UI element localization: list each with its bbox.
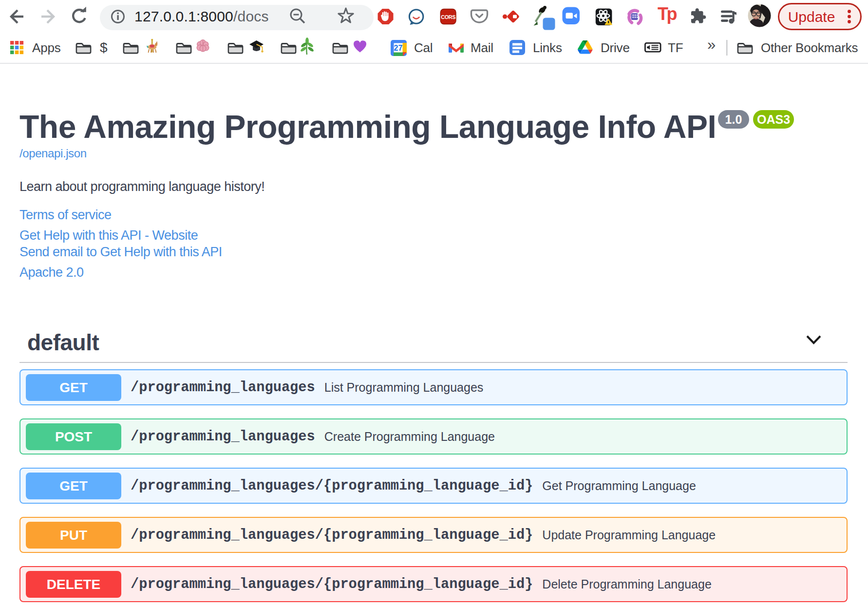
svg-text:Tp: Tp bbox=[658, 4, 677, 24]
svg-text:CORS: CORS bbox=[441, 14, 455, 20]
svg-text:27: 27 bbox=[394, 44, 403, 52]
